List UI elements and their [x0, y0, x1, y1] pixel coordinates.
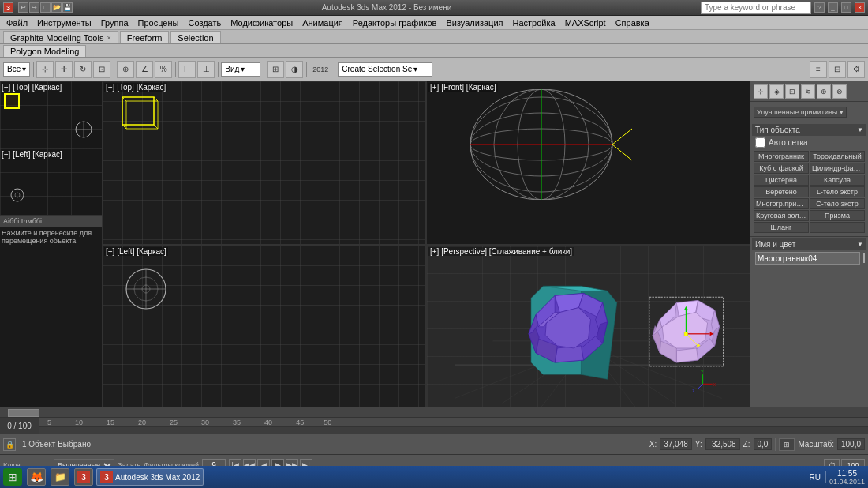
menu-help[interactable]: Справка: [611, 17, 654, 28]
menu-modifiers[interactable]: Модификаторы: [226, 17, 297, 28]
settings-btn[interactable]: ⚙: [847, 61, 865, 78]
rotate-tool[interactable]: ↻: [74, 61, 92, 78]
obj-type-prism[interactable]: Призма: [810, 210, 865, 221]
view-dropdown[interactable]: Вид ▾: [221, 62, 260, 77]
toolbar-tabs: Graphite Modeling Tools × Freeform Selec…: [0, 30, 868, 44]
menu-file[interactable]: Файл: [2, 17, 32, 28]
z-label: Z:: [743, 440, 750, 449]
close-btn[interactable]: ×: [855, 2, 865, 13]
obj-type-hose[interactable]: Шланг: [754, 222, 809, 233]
scale-value[interactable]: 100,0: [837, 438, 865, 450]
help-btn[interactable]: ?: [814, 2, 825, 13]
x-coord[interactable]: 37,048: [660, 438, 692, 450]
svg-marker-44: [555, 345, 583, 362]
redo-btn[interactable]: ↪: [29, 2, 39, 13]
y-coord[interactable]: -32,508: [705, 438, 740, 450]
search-input[interactable]: [701, 2, 811, 14]
menu-tools[interactable]: Инструменты: [32, 17, 96, 28]
menu-customize[interactable]: Настройка: [508, 17, 560, 28]
wireframe-btn[interactable]: ⊞: [267, 61, 284, 78]
viewport-front[interactable]: [+] [Front] [Каркас]: [427, 81, 750, 244]
obj-type-ringwave[interactable]: Круговая волна: [754, 210, 809, 221]
obj-type-torus-knot[interactable]: Тороидальный: [810, 151, 865, 162]
top-viewport-small[interactable]: [+] [Top] [Каркас]: [0, 81, 102, 148]
object-color-picker[interactable]: [863, 253, 865, 263]
obj-type-chamfercyl[interactable]: Цилиндр-фаска: [810, 163, 865, 174]
obj-type-chamferbox[interactable]: Куб с фаской: [754, 163, 809, 174]
viewport-left[interactable]: [+] [Left] [Каркас]: [103, 246, 425, 408]
layer-btn[interactable]: ≡: [810, 61, 827, 78]
align-tool[interactable]: ⊥: [197, 61, 215, 78]
menu-rendering[interactable]: Визуализация: [441, 17, 507, 28]
rp-btn6[interactable]: ⊗: [832, 84, 847, 99]
viewport-perspective[interactable]: [+] [Perspective] [Сглаживание + блики]: [427, 246, 750, 408]
taskbar-icon-3dsmax[interactable]: 3: [74, 468, 93, 486]
menu-animation[interactable]: Анимация: [297, 17, 348, 28]
menu-maxscript[interactable]: MAXScript: [560, 17, 611, 28]
select-tool[interactable]: ⊹: [36, 61, 54, 78]
menu-create[interactable]: Создать: [183, 17, 226, 28]
vp-front-label: [+] [Front] [Каркас]: [428, 83, 498, 92]
obj-type-capsule[interactable]: Капсула: [810, 175, 865, 186]
tab-selection[interactable]: Selection: [170, 31, 220, 43]
taskbar-icon-firefox[interactable]: 🦊: [27, 468, 46, 486]
viewport-scrollbar[interactable]: [0, 407, 868, 417]
mirror-tool[interactable]: ⊢: [178, 61, 196, 78]
tick-45: 45: [296, 419, 304, 426]
open-btn[interactable]: 📂: [51, 2, 62, 13]
obj-type-l-extrude[interactable]: L-тело экстр: [810, 186, 865, 197]
menu-group[interactable]: Группа: [96, 17, 133, 28]
angle-snap[interactable]: ∠: [136, 61, 153, 78]
save-btn[interactable]: 💾: [62, 2, 73, 13]
left-viewport-small[interactable]: [+] [Left] [Каркас]: [0, 148, 102, 216]
scroll-thumb[interactable]: [8, 409, 39, 417]
ribbon-btn[interactable]: ⊟: [829, 61, 846, 78]
all-dropdown[interactable]: Все ▾: [3, 62, 30, 77]
rp-btn3[interactable]: ⊡: [785, 84, 799, 99]
shaded-btn[interactable]: ◑: [286, 61, 303, 78]
z-coord[interactable]: 0,0: [754, 438, 773, 450]
scale-tool[interactable]: ⊡: [93, 61, 110, 78]
name-color-title[interactable]: Имя и цвет ▼: [752, 238, 866, 250]
obj-type-polyhedron[interactable]: Многогранник: [754, 151, 809, 162]
rp-dropdown-label[interactable]: Улучшенные примитивы ▾: [754, 107, 847, 118]
maximize-btn[interactable]: □: [841, 2, 851, 13]
svg-point-4: [15, 193, 20, 197]
tray-lang[interactable]: RU: [808, 473, 822, 482]
explorer-icon: 📁: [54, 471, 66, 482]
absolute-mode-btn[interactable]: ⊞: [779, 438, 795, 451]
tab-graphite[interactable]: Graphite Modeling Tools ×: [3, 31, 118, 43]
new-btn[interactable]: □: [40, 2, 51, 13]
tab-polygon-modeling[interactable]: Polygon Modeling: [3, 45, 86, 57]
rp-btn4[interactable]: ≋: [801, 84, 815, 99]
name-color-section: Имя и цвет ▼: [750, 237, 868, 268]
object-name-input[interactable]: [755, 252, 860, 265]
viewport-top[interactable]: [+] [Top] [Каркас]: [103, 81, 425, 244]
obj-type-c-extrude[interactable]: С-тело экстр: [810, 198, 865, 209]
snap-toggle[interactable]: ⊕: [117, 61, 134, 78]
rp-btn5[interactable]: ⊕: [817, 84, 831, 99]
undo-btn[interactable]: ↩: [18, 2, 28, 13]
tab-close-graphite[interactable]: ×: [107, 34, 110, 42]
rp-btn1[interactable]: ⊹: [754, 84, 768, 99]
minimize-btn[interactable]: _: [828, 2, 838, 13]
taskbar-3dsmax-btn[interactable]: 3 Autodesk 3ds Max 2012: [96, 468, 204, 486]
create-selection-dropdown[interactable]: Create Selection Se ▾: [338, 62, 432, 77]
start-button[interactable]: ⊞: [3, 468, 22, 486]
menu-graph-editors[interactable]: Редакторы графиков: [348, 17, 442, 28]
move-tool[interactable]: ✛: [55, 61, 73, 78]
extra-panel: Аiббi Iлмббi Нажмите и перенесите для пе…: [0, 216, 102, 407]
lock-icon[interactable]: 🔒: [3, 438, 16, 451]
rp-btn2[interactable]: ◈: [769, 84, 784, 99]
auto-grid-checkbox[interactable]: [755, 137, 765, 148]
obj-type-oiltank[interactable]: Цистерна: [754, 175, 809, 186]
percent-snap[interactable]: %: [155, 61, 172, 78]
menu-views[interactable]: Просцены: [133, 17, 184, 28]
obj-type-spindle[interactable]: Веретено: [754, 186, 809, 197]
tab-freeform[interactable]: Freeform: [120, 31, 170, 43]
timeline-track[interactable]: 5 10 15 20 25 30 35 40 45 50: [39, 418, 868, 434]
object-type-title[interactable]: Тип объекта ▼: [752, 124, 866, 136]
obj-type-gengon[interactable]: Многогр.призма: [754, 198, 809, 209]
timeline-area: 0 / 100 5 10 15 20 25 30 35 40 45 50: [0, 417, 868, 434]
taskbar-icon-explorer[interactable]: 📁: [51, 468, 69, 486]
